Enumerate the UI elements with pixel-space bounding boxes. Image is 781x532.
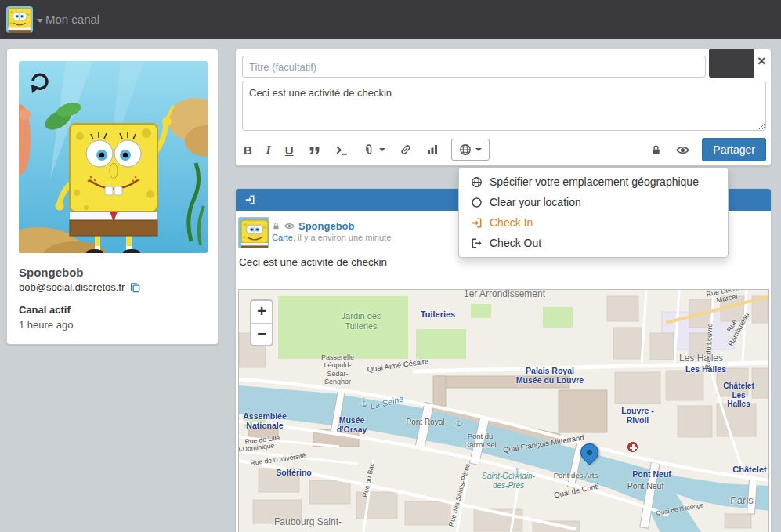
menu-item-label: Check Out bbox=[490, 237, 541, 249]
profile-name: Spongebob bbox=[19, 266, 84, 279]
chevron-down-icon bbox=[379, 148, 385, 151]
close-icon[interactable]: × bbox=[753, 53, 771, 69]
notifications-strip[interactable] bbox=[709, 49, 754, 78]
link-icon bbox=[400, 143, 412, 156]
channel-status-label: Canal actif bbox=[19, 304, 71, 316]
chevron-down-icon bbox=[475, 148, 482, 151]
bar-chart-icon bbox=[426, 143, 439, 156]
spongebob-image bbox=[19, 61, 208, 253]
preview-button[interactable] bbox=[674, 139, 691, 161]
map-link[interactable]: Carte bbox=[272, 233, 293, 242]
map[interactable]: 1er ArrondissementTuileriesJardin des Tu… bbox=[238, 289, 769, 532]
post-author-name[interactable]: Spongebob bbox=[298, 220, 355, 232]
chevron-down-icon[interactable] bbox=[37, 19, 43, 23]
map-zoom-control: + − bbox=[250, 299, 273, 346]
circle-icon bbox=[470, 197, 483, 208]
code-button[interactable] bbox=[334, 139, 350, 161]
sign-out-icon bbox=[470, 237, 483, 249]
underline-button[interactable]: U bbox=[284, 139, 295, 161]
post-body-input[interactable]: Ceci est une activité de checkin bbox=[242, 81, 766, 131]
menu-item-label: Check In bbox=[490, 216, 533, 229]
avatar-image bbox=[239, 218, 269, 248]
paperclip-icon bbox=[363, 143, 375, 156]
channel-status-time: 1 heure ago bbox=[19, 319, 73, 331]
map-tiles bbox=[239, 290, 769, 532]
copy-icon[interactable] bbox=[129, 281, 141, 293]
profile-card: Spongebob bob@social.discretos.fr Canal … bbox=[6, 49, 219, 345]
menu-item-clear-location[interactable]: Clear your location bbox=[459, 192, 728, 212]
globe-icon bbox=[459, 143, 472, 156]
title-input[interactable] bbox=[242, 56, 706, 78]
link-button[interactable] bbox=[398, 139, 414, 161]
channel-name: Mon canal bbox=[45, 13, 99, 26]
terminal-icon bbox=[335, 143, 349, 157]
composer-toolbar: B I U bbox=[242, 137, 766, 162]
share-button[interactable]: Partager bbox=[702, 138, 766, 161]
quote-button[interactable] bbox=[306, 139, 323, 161]
top-navbar: Mon canal bbox=[0, 0, 781, 39]
italic-button[interactable]: I bbox=[265, 139, 273, 161]
lock-icon bbox=[272, 222, 280, 230]
menu-item-label: Clear your location bbox=[490, 196, 581, 208]
menu-item-check-in[interactable]: Check In bbox=[459, 212, 728, 233]
zoom-in-button[interactable]: + bbox=[251, 301, 272, 323]
eye-icon bbox=[676, 143, 689, 157]
app-window: Mon canal bbox=[0, 0, 781, 532]
avatar-image bbox=[6, 6, 33, 33]
attach-button[interactable] bbox=[361, 139, 387, 161]
post-composer: Ceci est une activité de checkin B I U bbox=[235, 49, 772, 166]
zoom-out-button[interactable]: − bbox=[251, 323, 272, 345]
quote-icon bbox=[308, 143, 321, 157]
location-button[interactable] bbox=[451, 139, 490, 161]
channel-avatar[interactable] bbox=[6, 6, 33, 33]
profile-photo[interactable] bbox=[19, 61, 208, 253]
profile-address: bob@social.discretos.fr bbox=[19, 281, 125, 293]
eye-icon bbox=[284, 221, 295, 231]
bold-button[interactable]: B bbox=[242, 139, 254, 161]
post-timestamp: , il y a environ une minute bbox=[293, 233, 391, 242]
globe-icon bbox=[470, 176, 483, 188]
permissions-lock-button[interactable] bbox=[649, 139, 663, 161]
location-menu: Spécifier votre emplacement géographique… bbox=[458, 167, 729, 258]
post-author-avatar[interactable] bbox=[238, 217, 269, 248]
menu-item-label: Spécifier votre emplacement géographique bbox=[490, 176, 699, 188]
hospital-icon bbox=[627, 442, 638, 452]
sign-in-icon bbox=[244, 194, 255, 205]
lock-icon bbox=[650, 144, 662, 156]
menu-item-check-out[interactable]: Check Out bbox=[459, 233, 728, 253]
sign-in-icon bbox=[470, 217, 483, 229]
chart-button[interactable] bbox=[425, 139, 440, 161]
post-meta: Carte, il y a environ une minute bbox=[272, 233, 391, 242]
menu-item-set-location[interactable]: Spécifier votre emplacement géographique bbox=[459, 172, 728, 192]
post-body-text: Ceci est une activité de checkin bbox=[239, 256, 387, 268]
